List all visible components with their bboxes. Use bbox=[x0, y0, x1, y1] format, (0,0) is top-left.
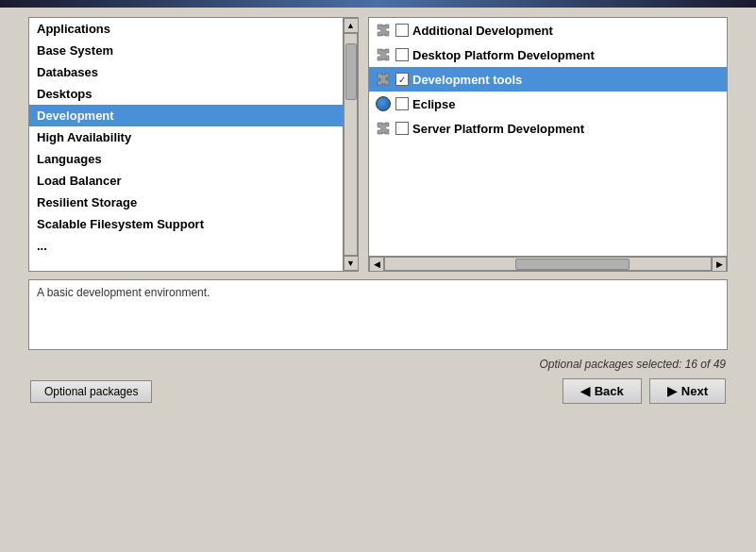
left-scrollbar[interactable]: ▲ ▼ bbox=[343, 18, 358, 271]
optional-packages-button[interactable]: Optional packages bbox=[30, 380, 152, 403]
sidebar-item-base-system[interactable]: Base System bbox=[29, 40, 343, 61]
sidebar-item-applications[interactable]: Applications bbox=[29, 18, 343, 40]
back-label: Back bbox=[595, 384, 624, 398]
optional-status: Optional packages selected: 16 of 49 bbox=[28, 358, 728, 371]
package-item-server-platform[interactable]: Server Platform Development bbox=[369, 116, 727, 141]
description-box: A basic development environment. bbox=[28, 279, 728, 350]
package-item-eclipse[interactable]: Eclipse bbox=[369, 92, 727, 116]
nav-buttons: ◀ Back ▶ Next bbox=[563, 378, 726, 404]
package-item-desktop-platform[interactable]: Desktop Platform Development bbox=[369, 42, 727, 67]
back-arrow-icon: ◀ bbox=[580, 384, 590, 398]
puzzle-icon bbox=[375, 120, 392, 137]
sidebar-item-resilient-storage[interactable]: Resilient Storage bbox=[29, 192, 343, 213]
package-checkbox-server-platform[interactable] bbox=[395, 122, 409, 135]
package-checkbox-desktop-platform[interactable] bbox=[395, 48, 409, 61]
package-item-additional-dev[interactable]: Additional Development bbox=[369, 18, 727, 42]
package-checkbox-additional-dev[interactable] bbox=[395, 24, 409, 37]
buttons-row: Optional packages ◀ Back ▶ Next bbox=[28, 378, 728, 404]
package-label-desktop-platform: Desktop Platform Development bbox=[412, 48, 595, 62]
scroll-down-button[interactable]: ▼ bbox=[344, 256, 359, 271]
package-checkbox-eclipse[interactable] bbox=[395, 97, 409, 110]
description-text: A basic development environment. bbox=[37, 286, 210, 299]
scroll-up-button[interactable]: ▲ bbox=[344, 18, 359, 33]
packages-panel: Additional Development Desktop Platform … bbox=[368, 17, 728, 272]
packages-list: Additional Development Desktop Platform … bbox=[369, 18, 727, 256]
sidebar-item-databases[interactable]: Databases bbox=[29, 61, 343, 83]
horizontal-scrollbar[interactable]: ◀ ▶ bbox=[369, 256, 727, 271]
package-item-dev-tools[interactable]: ✓Development tools bbox=[369, 67, 727, 92]
sidebar-item-more[interactable]: ... bbox=[29, 235, 343, 257]
next-label: Next bbox=[681, 384, 708, 398]
scroll-left-button[interactable]: ◀ bbox=[369, 257, 384, 272]
sidebar-item-development[interactable]: Development bbox=[29, 105, 343, 126]
hscroll-thumb bbox=[515, 259, 630, 270]
package-label-server-platform: Server Platform Development bbox=[412, 122, 584, 136]
package-label-eclipse: Eclipse bbox=[412, 97, 456, 111]
puzzle-icon bbox=[375, 71, 392, 88]
optional-status-text: Optional packages selected: 16 of 49 bbox=[540, 358, 726, 371]
package-checkbox-dev-tools[interactable]: ✓ bbox=[395, 73, 409, 86]
scroll-right-button[interactable]: ▶ bbox=[712, 257, 727, 272]
globe-icon bbox=[375, 95, 392, 112]
sidebar-item-load-balancer[interactable]: Load Balancer bbox=[29, 170, 343, 192]
puzzle-icon bbox=[375, 22, 392, 39]
back-button[interactable]: ◀ Back bbox=[563, 378, 642, 404]
sidebar-item-high-availability[interactable]: High Availability bbox=[29, 126, 343, 148]
sidebar-item-desktops[interactable]: Desktops bbox=[29, 83, 343, 105]
package-label-additional-dev: Additional Development bbox=[412, 24, 553, 38]
sidebar-item-languages[interactable]: Languages bbox=[29, 148, 343, 170]
sidebar-item-scalable-filesystem[interactable]: Scalable Filesystem Support bbox=[29, 213, 343, 235]
next-button[interactable]: ▶ Next bbox=[649, 378, 726, 404]
categories-list: ApplicationsBase SystemDatabasesDesktops… bbox=[29, 18, 358, 271]
scroll-track[interactable] bbox=[344, 33, 358, 256]
puzzle-icon bbox=[375, 46, 392, 63]
scroll-thumb bbox=[345, 43, 357, 100]
hscroll-track[interactable] bbox=[384, 257, 712, 271]
top-banner bbox=[0, 0, 756, 8]
package-label-dev-tools: Development tools bbox=[412, 73, 522, 87]
categories-panel: ApplicationsBase SystemDatabasesDesktops… bbox=[28, 17, 359, 272]
next-arrow-icon: ▶ bbox=[667, 384, 677, 398]
